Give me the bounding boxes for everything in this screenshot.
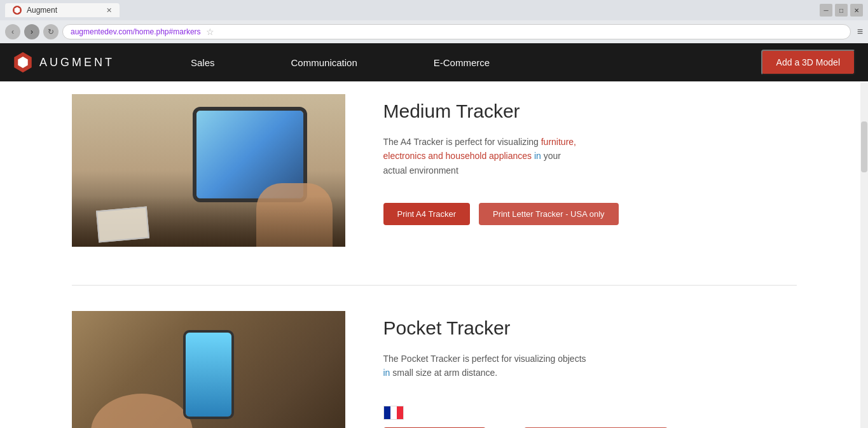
medium-tracker-info: Medium Tracker The A4 Tracker is perfect… bbox=[383, 94, 797, 247]
forward-button[interactable]: › bbox=[24, 24, 39, 39]
window-controls: ─ □ ✕ bbox=[820, 4, 863, 17]
url-text: augmentedev.com/home.php#markers bbox=[71, 27, 201, 36]
logo-text: AUGMENT bbox=[39, 56, 114, 69]
pocket-tracker-description: The Pocket Tracker is perfect for visual… bbox=[383, 352, 587, 380]
logo-icon bbox=[13, 52, 33, 72]
address-text: augmentedev.com/home.php#markers bbox=[71, 27, 201, 36]
bookmark-icon[interactable]: ☆ bbox=[206, 27, 214, 37]
main-navigation: AUGMENT Sales Communication E-Commerce A… bbox=[0, 43, 868, 81]
pocket-tracker-section: Pocket Tracker The Pocket Tracker is per… bbox=[72, 298, 797, 428]
browser-controls: ‹ › ↻ augmentedev.com/home.php#markers ☆… bbox=[0, 20, 868, 43]
content-area: Medium Tracker The A4 Tracker is perfect… bbox=[59, 81, 809, 428]
nav-sales[interactable]: Sales bbox=[153, 43, 253, 81]
browser-tab[interactable]: Augment ✕ bbox=[5, 3, 120, 17]
tracker-paper bbox=[95, 207, 149, 243]
nav-links: Sales Communication E-Commerce bbox=[153, 43, 761, 81]
tab-title: Augment bbox=[27, 6, 57, 15]
nav-ecommerce[interactable]: E-Commerce bbox=[396, 43, 528, 81]
medium-tracker-image bbox=[72, 94, 345, 247]
nav-communication[interactable]: Communication bbox=[253, 43, 396, 81]
minimize-button[interactable]: ─ bbox=[820, 4, 832, 17]
address-bar[interactable]: augmentedev.com/home.php#markers ☆ bbox=[62, 24, 851, 39]
medium-tracker-title: Medium Tracker bbox=[383, 100, 797, 122]
add-3d-model-button[interactable]: Add a 3D Model bbox=[761, 50, 855, 75]
logo-area[interactable]: AUGMENT bbox=[13, 52, 114, 72]
france-flag-icon bbox=[383, 406, 404, 420]
close-button[interactable]: ✕ bbox=[850, 4, 863, 17]
page-wrapper: AUGMENT Sales Communication E-Commerce A… bbox=[0, 43, 868, 428]
pocket-tracker-image bbox=[72, 311, 345, 428]
print-letter-tracker-button[interactable]: Print Letter Tracker - USA only bbox=[479, 203, 619, 225]
scroll-thumb[interactable] bbox=[861, 121, 867, 172]
medium-tracker-description: The A4 Tracker is perfect for visualizin… bbox=[383, 135, 587, 177]
medium-tracker-buttons: Print A4 Tracker Print Letter Tracker - … bbox=[383, 203, 797, 225]
flags-row bbox=[383, 406, 797, 420]
maximize-button[interactable]: □ bbox=[835, 4, 848, 17]
section-divider bbox=[72, 285, 797, 286]
tab-favicon bbox=[13, 6, 22, 15]
browser-chrome: Augment ✕ ─ □ ✕ ‹ › ↻ augmentedev.com/ho… bbox=[0, 0, 868, 43]
phone-visual bbox=[183, 330, 234, 419]
back-button[interactable]: ‹ bbox=[5, 24, 20, 39]
scrollbar[interactable] bbox=[860, 83, 868, 428]
print-a4-tracker-button[interactable]: Print A4 Tracker bbox=[383, 203, 470, 225]
menu-icon[interactable]: ≡ bbox=[857, 26, 863, 38]
medium-tracker-section: Medium Tracker The A4 Tracker is perfect… bbox=[72, 81, 797, 272]
pocket-tracker-info: Pocket Tracker The Pocket Tracker is per… bbox=[383, 311, 797, 428]
refresh-button[interactable]: ↻ bbox=[43, 24, 59, 39]
pocket-tracker-title: Pocket Tracker bbox=[383, 317, 797, 339]
tab-close-button[interactable]: ✕ bbox=[106, 6, 112, 15]
browser-titlebar: Augment ✕ ─ □ ✕ bbox=[0, 0, 868, 20]
hand-pocket-visual bbox=[91, 394, 193, 428]
